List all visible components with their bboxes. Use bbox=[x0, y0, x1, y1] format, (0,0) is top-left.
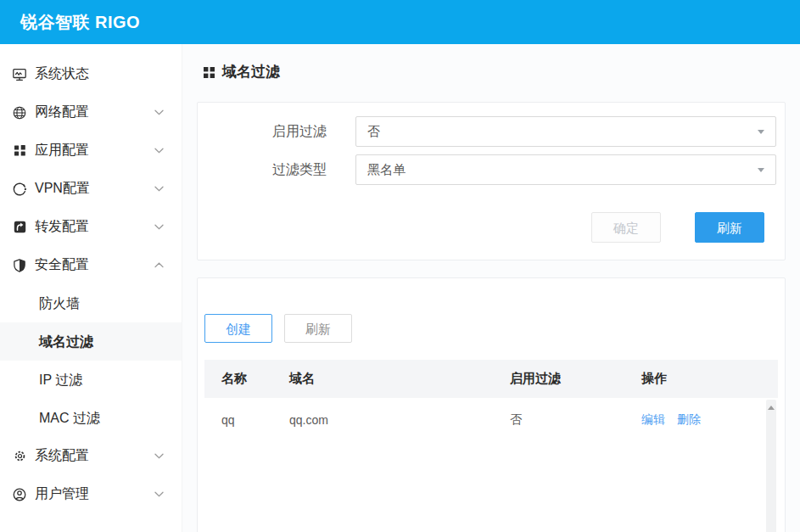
sidebar-item-label: VPN配置 bbox=[35, 180, 154, 198]
user-icon bbox=[12, 487, 27, 502]
refresh-button[interactable]: 刷新 bbox=[695, 212, 764, 243]
grid-icon bbox=[204, 67, 215, 78]
enable-filter-select[interactable]: 否 bbox=[355, 116, 776, 147]
chevron-down-icon bbox=[154, 148, 164, 154]
cell-enabled: 否 bbox=[493, 412, 624, 428]
chevron-down-icon bbox=[154, 186, 164, 192]
sidebar-subitem-firewall[interactable]: 防火墙 bbox=[0, 284, 182, 322]
sidebar-item-label: 网络配置 bbox=[35, 104, 154, 121]
cell-domain: qq.com bbox=[272, 413, 493, 427]
cell-actions: 编辑 删除 bbox=[624, 412, 778, 428]
sidebar-item-vpn-config[interactable]: VPN配置 bbox=[0, 170, 182, 208]
sidebar-item-app-config[interactable]: 应用配置 bbox=[0, 132, 182, 170]
table-header-row: 名称 域名 启用过滤 操作 bbox=[204, 360, 778, 398]
chevron-down-icon bbox=[154, 109, 164, 115]
sidebar-item-user-management[interactable]: 用户管理 bbox=[0, 475, 182, 513]
column-header-enabled: 启用过滤 bbox=[493, 371, 624, 387]
scroll-up-icon bbox=[768, 406, 775, 410]
enable-filter-select-value: 否 bbox=[367, 124, 758, 140]
enable-filter-label: 启用过滤 bbox=[198, 123, 327, 141]
sidebar-subitem-domain-filter[interactable]: 域名过滤 bbox=[0, 322, 182, 361]
gear-icon bbox=[12, 449, 27, 464]
chevron-up-icon bbox=[154, 262, 164, 268]
sidebar-item-system-config[interactable]: 系统配置 bbox=[0, 437, 182, 475]
sidebar-item-security-config[interactable]: 安全配置 bbox=[0, 246, 182, 284]
sidebar-item-label: 转发配置 bbox=[35, 218, 154, 236]
caret-down-icon bbox=[758, 130, 764, 134]
globe-icon bbox=[12, 105, 27, 120]
filter-type-select[interactable]: 黑名单 bbox=[355, 154, 776, 185]
filter-type-label: 过滤类型 bbox=[198, 161, 327, 179]
sidebar-subitem-mac-filter[interactable]: MAC 过滤 bbox=[0, 399, 182, 437]
vpn-icon bbox=[12, 182, 27, 197]
edit-link[interactable]: 编辑 bbox=[641, 412, 665, 426]
sidebar-item-system-status[interactable]: 系统状态 bbox=[0, 55, 182, 93]
sidebar-nav: 系统状态 网络配置 bbox=[0, 44, 182, 532]
chevron-down-icon bbox=[154, 491, 164, 497]
create-button[interactable]: 创建 bbox=[204, 314, 272, 343]
column-header-domain: 域名 bbox=[272, 371, 493, 387]
filter-settings-card: 启用过滤 否 过滤类型 黑名单 确定 刷新 bbox=[197, 102, 786, 260]
main-content: 域名过滤 启用过滤 否 过滤类型 黑名单 确定 刷新 bbox=[182, 44, 800, 532]
sidebar-item-label: 用户管理 bbox=[35, 485, 154, 503]
filter-type-select-value: 黑名单 bbox=[367, 162, 758, 178]
table-row: qq qq.com 否 编辑 删除 bbox=[204, 398, 778, 442]
vertical-scrollbar[interactable] bbox=[766, 400, 776, 532]
confirm-button[interactable]: 确定 bbox=[591, 212, 661, 243]
sidebar-item-label: 安全配置 bbox=[35, 256, 154, 274]
domain-list-card: 创建 刷新 名称 域名 启用过滤 操作 qq qq.com 否 编辑 删除 bbox=[197, 277, 786, 532]
chevron-down-icon bbox=[154, 224, 164, 230]
table-refresh-button[interactable]: 刷新 bbox=[284, 314, 352, 343]
brand-title: 锐谷智联 RIGO bbox=[20, 11, 140, 34]
top-header-bar: 锐谷智联 RIGO bbox=[0, 0, 800, 44]
sidebar-item-label: 系统状态 bbox=[35, 65, 168, 83]
cell-name: qq bbox=[204, 413, 272, 427]
apps-icon bbox=[12, 143, 27, 159]
page-title: 域名过滤 bbox=[204, 63, 786, 81]
page-title-text: 域名过滤 bbox=[222, 63, 280, 81]
sidebar-item-label: 系统配置 bbox=[35, 447, 154, 465]
sidebar-item-label: 应用配置 bbox=[35, 142, 154, 160]
chevron-down-icon bbox=[154, 453, 164, 459]
shield-icon bbox=[12, 258, 27, 273]
forward-icon bbox=[12, 220, 27, 235]
sidebar-item-forward-config[interactable]: 转发配置 bbox=[0, 208, 182, 246]
column-header-name: 名称 bbox=[204, 371, 272, 387]
sidebar-subitem-ip-filter[interactable]: IP 过滤 bbox=[0, 361, 182, 399]
delete-link[interactable]: 删除 bbox=[677, 412, 701, 426]
column-header-actions: 操作 bbox=[624, 371, 778, 387]
sidebar-item-network-config[interactable]: 网络配置 bbox=[0, 93, 182, 132]
monitor-icon bbox=[12, 67, 27, 82]
caret-down-icon bbox=[758, 168, 764, 172]
